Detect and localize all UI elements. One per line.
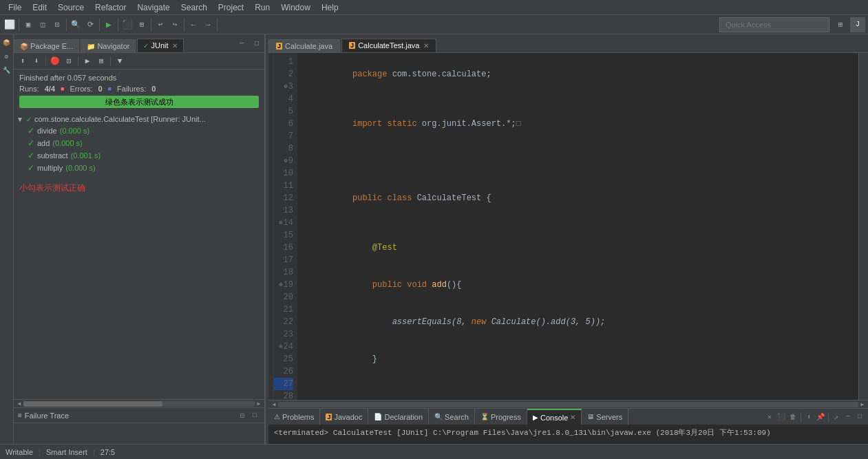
tab-console[interactable]: ▶ Console ✕ [527, 409, 582, 425]
console-btn-scroll[interactable]: ⬇ [803, 412, 814, 423]
menu-project[interactable]: Project [213, 1, 249, 14]
scroll-right-btn[interactable]: ▶ [255, 400, 263, 408]
tab-javadoc[interactable]: J Javadoc [320, 409, 368, 425]
menu-edit[interactable]: Edit [27, 1, 52, 14]
toolbar-btn6[interactable]: ⟳ [83, 18, 97, 32]
junit-toolbar-dropdown[interactable]: ▼ [114, 55, 126, 67]
console-btn-maximize[interactable]: □ [854, 412, 865, 423]
editor-scroll-left[interactable]: ◀ [270, 401, 278, 409]
menu-file[interactable]: File [3, 1, 27, 14]
tab-calculate-java[interactable]: J Calculate.java [268, 39, 340, 52]
tab-servers[interactable]: 🖥 Servers [582, 409, 628, 425]
panel-maximize-button[interactable]: □ [251, 37, 263, 50]
menu-bar: File Edit Source Refactor Navigate Searc… [0, 0, 868, 15]
progress-bar-container: 绿色条表示测试成功 [19, 96, 259, 108]
junit-toolbar-btn2[interactable]: ⬇ [30, 55, 43, 67]
failures-indicator: ■ [108, 85, 112, 92]
tree-item-add[interactable]: ✓ add (0.000 s) [14, 137, 264, 149]
toolbar-sep4 [118, 19, 118, 31]
tree-root-test-icon: ✓ [26, 116, 32, 123]
junit-toolbar-btn1[interactable]: ⬆ [17, 55, 29, 67]
toolbar-btn10[interactable]: ↪ [168, 18, 182, 32]
console-btn-stop[interactable]: ⬛ [776, 412, 787, 423]
junit-tab-close[interactable]: ✕ [172, 42, 178, 50]
tab-declaration[interactable]: 📄 Declaration [368, 409, 429, 425]
console-btn-minimize[interactable]: ─ [843, 412, 854, 423]
h-scrollbar[interactable]: ◀ ▶ [14, 399, 264, 407]
junit-toolbar-btn5[interactable]: ▶ [81, 55, 94, 67]
scroll-track[interactable] [23, 401, 255, 407]
editor-scroll-track[interactable] [278, 402, 858, 407]
toolbar-btn3[interactable]: ◫ [36, 18, 50, 32]
toolbar-perspective-btn[interactable]: ⊞ [833, 17, 848, 32]
toolbar-btn11[interactable]: ← [187, 18, 200, 32]
toolbar-btn8[interactable]: ⊞ [135, 18, 149, 32]
junit-result: Finished after 0.057 seconds Runs: 4/4 ■… [14, 70, 264, 112]
toolbar-btn5[interactable]: 🔍 [69, 18, 83, 32]
code-line-5 [303, 155, 853, 167]
menu-help[interactable]: Help [316, 1, 344, 14]
tree-expand-icon: ▼ [17, 116, 23, 123]
toolbar-btn2[interactable]: ▣ [21, 18, 35, 32]
scroll-thumb [23, 401, 162, 407]
finished-text: Finished after 0.057 seconds [19, 72, 259, 83]
console-btn-x[interactable]: ✕ [764, 412, 775, 423]
panel-minimize-button[interactable]: ─ [235, 37, 248, 50]
test-name-divide: divide [37, 127, 57, 135]
editor-right-margin [858, 53, 868, 400]
tab-navigator[interactable]: 📁 Navigator [81, 39, 136, 52]
console-tab-close[interactable]: ✕ [570, 414, 575, 421]
side-icon2[interactable]: ⚙ [1, 51, 12, 62]
menu-refactor[interactable]: Refactor [89, 1, 131, 14]
tab-calculatetest-java[interactable]: J CalculateTest.java ✕ [341, 39, 436, 52]
menu-window[interactable]: Window [275, 1, 316, 14]
menu-run[interactable]: Run [249, 1, 275, 14]
console-btn-pin[interactable]: 📌 [815, 412, 826, 423]
tab-junit[interactable]: ✓ JUnit ✕ [137, 39, 183, 52]
tab-package-explorer[interactable]: 📦 Package E... [14, 39, 79, 52]
scroll-left-btn[interactable]: ◀ [15, 400, 23, 408]
runs-value: 4/4 [45, 85, 55, 93]
editor-scroll-right[interactable]: ▶ [858, 401, 867, 409]
failure-trace-btn2[interactable]: □ [249, 410, 260, 421]
code-line-10: public void add(){ [303, 266, 853, 303]
toolbar-new-button[interactable]: ⬜ [3, 18, 17, 32]
menu-navigate[interactable]: Navigate [131, 1, 175, 14]
console-btn-clear[interactable]: 🗑 [787, 412, 798, 423]
toolbar-btn4[interactable]: ⊡ [50, 18, 64, 32]
side-package-icon[interactable]: 📦 [1, 37, 12, 48]
console-btn-open[interactable]: ↗ [831, 412, 842, 423]
runs-label: Runs: [19, 85, 39, 93]
failure-trace-header: ≡ Failure Trace ⊡ □ [14, 408, 264, 423]
code-content[interactable]: package com.stone.calculate; import stat… [297, 53, 858, 400]
toolbar-sep2 [66, 19, 67, 31]
toolbar-perspective-btn2[interactable]: J [850, 17, 865, 32]
toolbar-run-button[interactable]: ▶ [102, 18, 116, 32]
menu-source[interactable]: Source [52, 1, 89, 14]
calctest-tab-close[interactable]: ✕ [423, 42, 429, 50]
junit-toolbar-btn4[interactable]: ⊡ [63, 55, 75, 67]
menu-search[interactable]: Search [176, 1, 213, 14]
tree-item-substract[interactable]: ✓ substract (0.001 s) [14, 149, 264, 162]
tree-item-multiply[interactable]: ✓ multiply (0.000 s) [14, 162, 264, 174]
quick-access-input[interactable] [719, 17, 829, 32]
junit-toolbar-btn3[interactable]: 🔴 [49, 55, 61, 67]
bottom-tab-bar: ⚠ Problems J Javadoc 📄 Declaration 🔍 Sea… [268, 408, 868, 425]
test-ok-icon-add: ✓ [28, 138, 34, 148]
test-name-add: add [37, 139, 50, 147]
editor-h-scroll[interactable]: ◀ ▶ [268, 400, 868, 408]
tree-item-divide[interactable]: ✓ divide (0.000 s) [14, 125, 264, 137]
junit-toolbar-btn6[interactable]: ⊞ [95, 55, 107, 67]
failure-trace-btns: ⊡ □ [237, 410, 260, 421]
toolbar-btn7[interactable]: ⬛ [120, 18, 134, 32]
toolbar-btn9[interactable]: ↩ [154, 18, 167, 32]
tab-problems[interactable]: ⚠ Problems [268, 409, 320, 425]
test-tree: ▼ ✓ com.stone.calculate.CalculateTest [R… [14, 112, 264, 399]
side-icon3[interactable]: 🔧 [1, 65, 12, 76]
tab-progress[interactable]: ⏳ Progress [475, 409, 527, 425]
tab-search[interactable]: 🔍 Search [429, 409, 475, 425]
search-icon: 🔍 [434, 413, 443, 420]
failure-trace-btn1[interactable]: ⊡ [237, 410, 248, 421]
tree-root-item[interactable]: ▼ ✓ com.stone.calculate.CalculateTest [R… [14, 114, 264, 125]
toolbar-btn12[interactable]: → [201, 18, 215, 32]
